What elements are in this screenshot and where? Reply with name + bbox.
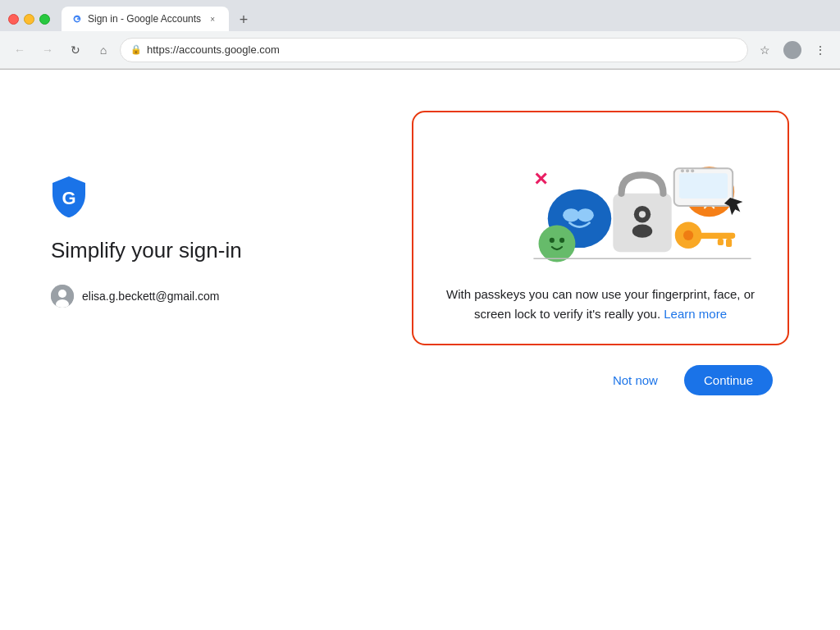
passkey-illustration: ✕ xyxy=(433,132,768,272)
lock-icon: 🔒 xyxy=(130,44,142,55)
svg-point-7 xyxy=(577,208,593,221)
forward-button[interactable]: → xyxy=(36,39,59,62)
tab-title: Sign in - Google Accounts xyxy=(88,13,201,25)
learn-more-link[interactable]: Learn more xyxy=(664,307,727,321)
account-button[interactable] xyxy=(781,39,804,62)
user-email: elisa.g.beckett@gmail.com xyxy=(82,290,220,303)
back-button[interactable]: ← xyxy=(8,39,31,62)
tab-close-button[interactable]: × xyxy=(206,12,219,25)
right-panel: ✕ xyxy=(308,111,789,395)
title-bar: Sign in - Google Accounts × + xyxy=(0,0,840,31)
svg-point-13 xyxy=(550,238,555,243)
svg-rect-18 xyxy=(726,239,732,247)
new-tab-button[interactable]: + xyxy=(232,8,255,31)
svg-rect-19 xyxy=(718,239,724,245)
not-now-button[interactable]: Not now xyxy=(600,367,671,394)
google-shield-logo: G xyxy=(51,176,87,217)
svg-point-23 xyxy=(681,169,684,172)
traffic-lights xyxy=(8,14,50,25)
close-window-button[interactable] xyxy=(8,14,19,25)
svg-point-20 xyxy=(683,231,693,240)
active-tab[interactable]: Sign in - Google Accounts × xyxy=(62,7,229,31)
svg-point-11 xyxy=(639,211,646,217)
actions-row: Not now Continue xyxy=(308,365,789,395)
svg-point-24 xyxy=(686,169,689,172)
svg-text:✕: ✕ xyxy=(533,169,548,189)
bookmark-button[interactable]: ☆ xyxy=(753,39,776,62)
url-display: https://accounts.google.com xyxy=(147,43,737,56)
page-inner: G Simplify your sign-in elisa.g.beckett@… xyxy=(51,111,789,395)
account-avatar xyxy=(783,41,801,59)
svg-point-10 xyxy=(632,225,652,238)
page-content: G Simplify your sign-in elisa.g.beckett@… xyxy=(0,70,840,630)
browser-chrome: Sign in - Google Accounts × + ← → ↻ ⌂ 🔒 … xyxy=(0,0,840,70)
card-description: With passkeys you can now use your finge… xyxy=(433,285,768,324)
minimize-window-button[interactable] xyxy=(24,14,34,25)
svg-rect-22 xyxy=(679,173,728,199)
home-button[interactable]: ⌂ xyxy=(92,39,115,62)
tab-bar: Sign in - Google Accounts × + xyxy=(62,7,255,31)
address-bar[interactable]: 🔒 https://accounts.google.com xyxy=(120,38,748,62)
nav-bar: ← → ↻ ⌂ 🔒 https://accounts.google.com ☆ … xyxy=(0,31,840,69)
svg-text:G: G xyxy=(62,188,75,208)
browser-menu-button[interactable]: ⋮ xyxy=(809,39,832,62)
svg-point-25 xyxy=(691,169,694,172)
user-info: elisa.g.beckett@gmail.com xyxy=(51,285,220,308)
svg-point-12 xyxy=(539,226,576,262)
left-panel: G Simplify your sign-in elisa.g.beckett@… xyxy=(51,111,242,308)
svg-rect-17 xyxy=(697,233,735,239)
page-title: Simplify your sign-in xyxy=(51,237,242,265)
avatar xyxy=(51,285,74,308)
tab-favicon-icon xyxy=(71,13,83,25)
passkey-card: ✕ xyxy=(412,111,789,345)
maximize-window-button[interactable] xyxy=(39,14,50,25)
continue-button[interactable]: Continue xyxy=(684,365,773,395)
svg-point-2 xyxy=(58,290,66,298)
reload-button[interactable]: ↻ xyxy=(64,39,87,62)
svg-point-14 xyxy=(559,238,564,243)
